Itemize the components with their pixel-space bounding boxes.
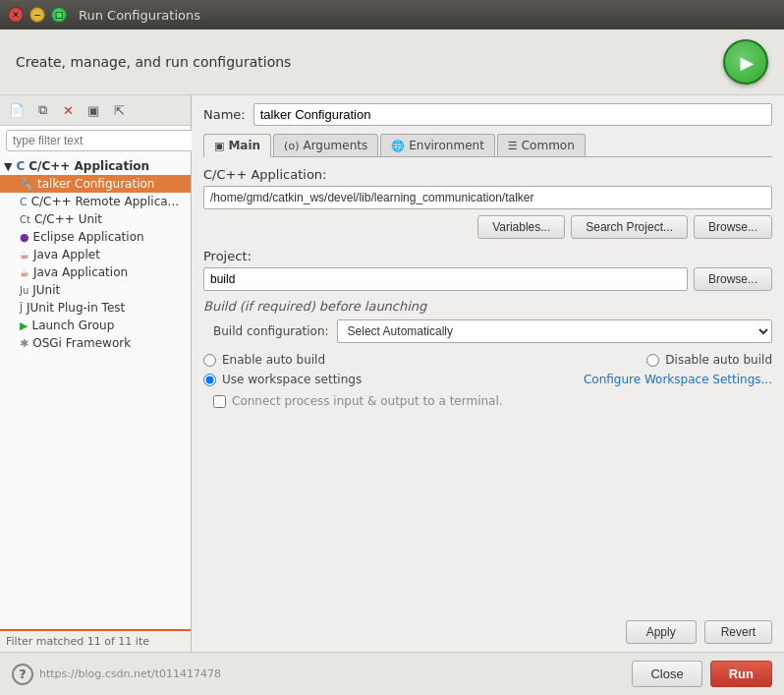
config-icon: 🔧 — [20, 178, 33, 191]
tree-item-eclipse-app[interactable]: ● Eclipse Application — [0, 228, 191, 246]
tree-item-cpp-unit[interactable]: Ct C/C++ Unit — [0, 210, 191, 228]
left-panel: 📄 ⧉ ✕ ▣ ⇱ ▼ C C/C++ Application 🔧 talker… — [0, 95, 192, 652]
right-panel: Name: ▣ Main (o) Arguments 🌐 Environment — [192, 95, 784, 652]
minimize-btn[interactable]: − — [29, 7, 45, 23]
filter-input[interactable] — [6, 130, 196, 151]
junit-icon: Ju — [20, 285, 28, 296]
build-config-row: Build configuration: Select Automaticall… — [203, 319, 772, 343]
connect-terminal-row: Connect process input & output to a term… — [203, 394, 772, 408]
connect-terminal-label: Connect process input & output to a term… — [232, 394, 503, 408]
build-section-label: Build (if required) before launching — [203, 299, 772, 314]
project-input[interactable] — [203, 267, 688, 291]
tab-common[interactable]: ☰ Common — [497, 134, 586, 156]
build-options-group: Enable auto build Disable auto build — [203, 353, 772, 367]
tab-arguments-label: Arguments — [303, 139, 367, 152]
arguments-tab-icon: (o) — [284, 140, 299, 152]
variables-button[interactable]: Variables... — [477, 215, 565, 239]
tree-item-launch-group[interactable]: ▶ Launch Group — [0, 317, 191, 334]
java-applet-icon: ☕ — [20, 249, 29, 261]
environment-tab-icon: 🌐 — [391, 140, 405, 152]
dialog-footer: ? https://blog.csdn.net/t011417478 Close… — [0, 652, 784, 695]
browse-project-button[interactable]: Browse... — [694, 267, 772, 291]
tree-item-label: Java Application — [33, 265, 128, 279]
cpp-unit-icon: Ct — [20, 214, 30, 225]
workspace-settings-group: Use workspace settings Configure Workspa… — [203, 373, 772, 386]
tree-item-label: Java Applet — [33, 248, 100, 261]
revert-button[interactable]: Revert — [704, 620, 772, 644]
cpp-icon: C — [16, 159, 25, 173]
close-window-btn[interactable]: ✕ — [8, 7, 24, 23]
delete-config-button[interactable]: ✕ — [57, 99, 79, 121]
tree-category-cpp[interactable]: ▼ C C/C++ Application — [0, 157, 191, 175]
name-input[interactable] — [253, 103, 772, 126]
build-config-label: Build configuration: — [213, 324, 329, 338]
maximize-btn[interactable]: □ — [51, 7, 67, 23]
enable-auto-build-label: Enable auto build — [222, 353, 325, 367]
duplicate-config-button[interactable]: ⧉ — [31, 99, 53, 121]
tree-item-label: C/C++ Unit — [34, 212, 102, 226]
use-workspace-col: Use workspace settings — [203, 373, 362, 386]
titlebar: ✕ − □ Run Configurations — [0, 0, 784, 29]
use-workspace-radio[interactable] — [203, 374, 216, 386]
project-label: Project: — [203, 249, 772, 263]
footer-right: Close Run — [632, 661, 772, 687]
tab-common-label: Common — [522, 139, 575, 152]
arrow-icon: ▼ — [4, 160, 12, 173]
tree-item-osgi[interactable]: ✱ OSGi Framework — [0, 334, 191, 352]
action-buttons: Apply Revert — [203, 620, 772, 644]
filter-configs-button[interactable]: ▣ — [83, 99, 104, 121]
tab-main[interactable]: ▣ Main — [203, 134, 271, 157]
tab-bar: ▣ Main (o) Arguments 🌐 Environment ☰ Com… — [203, 134, 772, 157]
enable-auto-build-col: Enable auto build — [203, 353, 325, 367]
url-watermark: https://blog.csdn.net/t011417478 — [39, 667, 221, 680]
tab-environment[interactable]: 🌐 Environment — [380, 134, 495, 156]
dialog-description: Create, manage, and run configurations — [16, 54, 291, 70]
run-button[interactable]: Run — [710, 661, 772, 687]
eclipse-icon: ● — [20, 231, 29, 244]
name-label: Name: — [203, 107, 246, 122]
tree-category-label: C/C++ Application — [28, 159, 149, 173]
project-row: Browse... — [203, 267, 772, 291]
connect-terminal-checkbox[interactable] — [213, 395, 226, 408]
disable-auto-build-col: Disable auto build — [646, 353, 772, 367]
tree-item-java-app[interactable]: ☕ Java Application — [0, 263, 191, 281]
tree-item-label: JUnit Plug-in Test — [27, 301, 125, 315]
tree-item-label: Eclipse Application — [33, 230, 144, 244]
disable-auto-build-label: Disable auto build — [665, 353, 772, 367]
tab-arguments[interactable]: (o) Arguments — [273, 134, 378, 156]
tab-environment-label: Environment — [409, 139, 484, 152]
tree-item-junit-plugin[interactable]: J̈ JUnit Plug-in Test — [0, 299, 191, 317]
main-tab-content: C/C++ Application: Variables... Search P… — [203, 167, 772, 608]
browse-app-button[interactable]: Browse... — [694, 215, 772, 239]
enable-auto-build-radio[interactable] — [203, 354, 216, 367]
tree-item-label: talker Configuration — [37, 177, 154, 191]
tree-item-junit[interactable]: Ju JUnit — [0, 281, 191, 299]
tree-item-label: JUnit — [32, 283, 60, 297]
use-workspace-label: Use workspace settings — [222, 373, 362, 386]
tree-item-label: OSGi Framework — [32, 336, 131, 350]
new-config-button[interactable]: 📄 — [6, 99, 28, 121]
help-button[interactable]: ? — [12, 664, 33, 685]
tree-item-talker[interactable]: 🔧 talker Configuration — [0, 175, 191, 193]
disable-auto-build-radio[interactable] — [646, 354, 659, 367]
collapse-all-button[interactable]: ⇱ — [108, 99, 130, 121]
cpp-app-input[interactable] — [203, 186, 772, 209]
launch-group-icon: ▶ — [20, 319, 28, 332]
apply-button[interactable]: Apply — [626, 620, 697, 644]
build-config-select[interactable]: Select Automatically Debug Release — [337, 319, 772, 343]
search-project-button[interactable]: Search Project... — [571, 215, 688, 239]
configure-workspace-col: Configure Workspace Settings... — [584, 373, 772, 386]
dialog-body: 📄 ⧉ ✕ ▣ ⇱ ▼ C C/C++ Application 🔧 talker… — [0, 95, 784, 652]
tree-item-label: Launch Group — [31, 319, 114, 332]
run-header-button[interactable] — [723, 39, 768, 85]
tree-item-cpp-remote[interactable]: C C/C++ Remote Applica... — [0, 193, 191, 210]
common-tab-icon: ☰ — [508, 140, 518, 152]
dialog-header: Create, manage, and run configurations — [0, 29, 784, 95]
config-tree: ▼ C C/C++ Application 🔧 talker Configura… — [0, 155, 191, 629]
cpp-app-label: C/C++ Application: — [203, 167, 772, 182]
tree-item-java-applet[interactable]: ☕ Java Applet — [0, 246, 191, 263]
close-button[interactable]: Close — [632, 661, 701, 687]
dialog: Create, manage, and run configurations 📄… — [0, 29, 784, 695]
configure-workspace-link[interactable]: Configure Workspace Settings... — [584, 373, 772, 386]
left-toolbar: 📄 ⧉ ✕ ▣ ⇱ — [0, 95, 191, 126]
